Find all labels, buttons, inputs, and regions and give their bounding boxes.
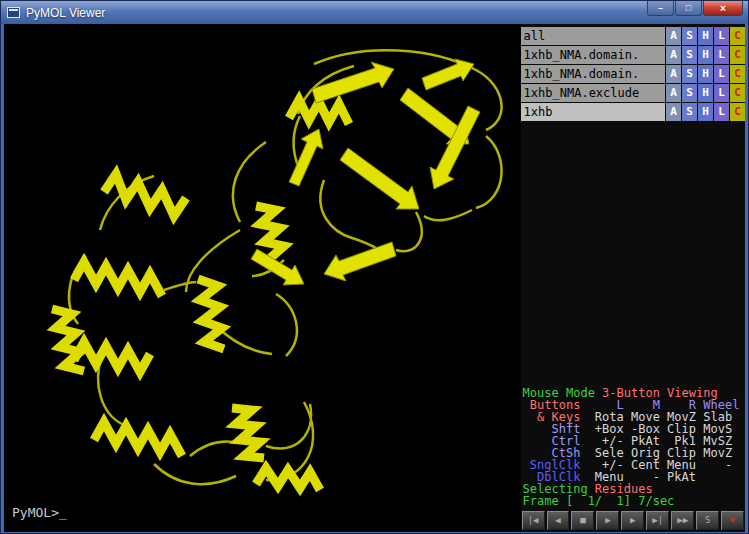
h-menu-button[interactable]: H xyxy=(698,103,713,121)
object-list: allASHLC1xhb_NMA.domain.ASHLC1xhb_NMA.do… xyxy=(521,27,745,122)
movie-stop-button[interactable]: ■ xyxy=(571,511,594,530)
c-menu-button[interactable]: C xyxy=(730,84,745,102)
frame-rate-indicator[interactable]: Frame [ 1/ 1] 7/sec xyxy=(523,495,745,507)
s-menu-button[interactable]: S xyxy=(682,103,697,121)
movie-end-button[interactable]: ▶| xyxy=(646,511,669,530)
movie-back-button[interactable]: ◀ xyxy=(547,511,570,530)
c-menu-button[interactable]: C xyxy=(730,65,745,83)
movie-loop-button[interactable]: ▶▶ xyxy=(671,511,694,530)
h-menu-button[interactable]: H xyxy=(698,46,713,64)
movie-play-button[interactable]: ▶ xyxy=(596,511,619,530)
mouse-panel: Mouse Mode 3-Button Viewing Buttons L M … xyxy=(521,385,745,510)
a-menu-button[interactable]: A xyxy=(666,27,681,45)
object-name[interactable]: 1xhb_NMA.domain. xyxy=(521,65,665,83)
object-name[interactable]: 1xhb_NMA.exclude xyxy=(521,84,665,102)
protein-structure xyxy=(4,24,521,532)
l-menu-button[interactable]: L xyxy=(714,27,729,45)
object-row: allASHLC xyxy=(521,27,745,45)
panel-toggle-button[interactable]: ▼ xyxy=(721,511,744,530)
titlebar[interactable]: PyMOL Viewer – □ × xyxy=(1,1,748,24)
movie-rewind-button[interactable]: |◀ xyxy=(522,511,545,530)
l-menu-button[interactable]: L xyxy=(714,103,729,121)
app-icon xyxy=(7,7,20,18)
c-menu-button[interactable]: C xyxy=(730,103,745,121)
close-button[interactable]: × xyxy=(703,1,743,16)
s-menu-button[interactable]: S xyxy=(682,84,697,102)
l-menu-button[interactable]: L xyxy=(714,65,729,83)
c-menu-button[interactable]: C xyxy=(730,27,745,45)
s-menu-button[interactable]: S xyxy=(682,65,697,83)
s-menu-button[interactable]: S xyxy=(682,46,697,64)
object-row: 1xhb_NMA.excludeASHLC xyxy=(521,84,745,102)
viewport[interactable]: PyMOL>_ xyxy=(4,24,521,532)
h-menu-button[interactable]: H xyxy=(698,84,713,102)
command-prompt[interactable]: PyMOL>_ xyxy=(12,505,67,520)
scene-button[interactable]: S xyxy=(696,511,719,530)
frame-rate-indicator-text: Frame [ 1/ 1] 7/sec xyxy=(523,494,675,508)
playback-controls: |◀◀■▶▶▶|▶▶S▼ xyxy=(521,510,745,532)
c-menu-button[interactable]: C xyxy=(730,46,745,64)
minimize-button[interactable]: – xyxy=(647,1,674,16)
s-menu-button[interactable]: S xyxy=(682,27,697,45)
maximize-button[interactable]: □ xyxy=(675,1,702,16)
object-name[interactable]: 1xhb xyxy=(521,103,665,121)
l-menu-button[interactable]: L xyxy=(714,46,729,64)
object-name[interactable]: all xyxy=(521,27,665,45)
a-menu-button[interactable]: A xyxy=(666,46,681,64)
window-title: PyMOL Viewer xyxy=(26,6,105,20)
object-row: 1xhb_NMA.domain.ASHLC xyxy=(521,65,745,83)
object-row: 1xhb_NMA.domain.ASHLC xyxy=(521,46,745,64)
side-panel: allASHLC1xhb_NMA.domain.ASHLC1xhb_NMA.do… xyxy=(521,24,745,532)
a-menu-button[interactable]: A xyxy=(666,84,681,102)
object-name[interactable]: 1xhb_NMA.domain. xyxy=(521,46,665,64)
h-menu-button[interactable]: H xyxy=(698,65,713,83)
h-menu-button[interactable]: H xyxy=(698,27,713,45)
movie-forward-button[interactable]: ▶ xyxy=(621,511,644,530)
a-menu-button[interactable]: A xyxy=(666,103,681,121)
pymol-window: PyMOL Viewer – □ × xyxy=(0,0,749,534)
object-row: 1xhbASHLC xyxy=(521,103,745,121)
l-menu-button[interactable]: L xyxy=(714,84,729,102)
a-menu-button[interactable]: A xyxy=(666,65,681,83)
